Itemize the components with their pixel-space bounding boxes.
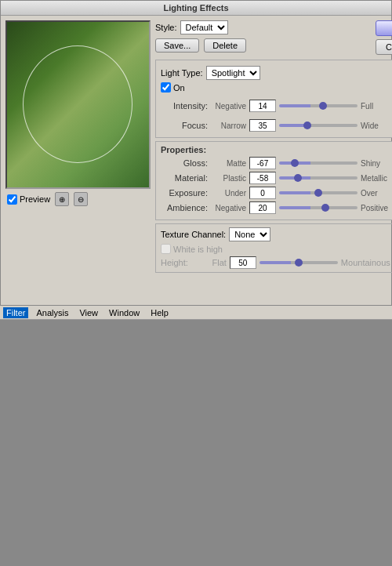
exposure-row: Exposure: Under Over: [161, 187, 392, 199]
ambience-negative-label: Negative: [211, 204, 246, 212]
white-is-high-label: White is high: [173, 245, 223, 254]
texture-channel-label: Texture Channel:: [161, 230, 226, 239]
save-delete-row: Save... Delete: [155, 38, 369, 53]
focus-label: Focus:: [161, 121, 208, 130]
intensity-label: Intensity:: [161, 101, 208, 111]
dialog-title: Lighting Effects: [163, 3, 228, 13]
focus-narrow-label: Narrow: [211, 122, 246, 130]
style-label: Style:: [155, 23, 177, 32]
controls-panel: Style: Default Save... Delete OK Cancel: [155, 20, 392, 275]
ok-cancel-col: OK Cancel: [376, 20, 392, 56]
light-type-row: Light Type: Spotlight: [161, 63, 392, 82]
exposure-under-label: Under: [211, 189, 246, 198]
texture-section: Texture Channel: None White is high Heig…: [155, 223, 392, 273]
menu-bar: Filter Analysis View Window Help: [0, 306, 392, 320]
exposure-value-input[interactable]: [249, 187, 276, 199]
texture-channel-dropdown[interactable]: None: [229, 227, 270, 241]
gloss-row: Gloss: Matte Shiny: [161, 157, 392, 169]
exposure-label: Exposure:: [161, 188, 208, 198]
exposure-over-label: Over: [361, 189, 392, 198]
menu-item-window[interactable]: Window: [106, 307, 143, 318]
preview-footer: Preview ⊕ ⊖: [5, 189, 151, 209]
gloss-shiny-label: Shiny: [361, 159, 392, 168]
material-slider[interactable]: [279, 176, 358, 180]
menu-item-analysis[interactable]: Analysis: [33, 307, 71, 318]
material-metallic-label: Metallic: [361, 174, 392, 183]
properties-section: Properties: Gloss: Matte Shiny Ma: [155, 141, 392, 220]
on-checkbox[interactable]: [161, 82, 171, 93]
preview-checkbox-input[interactable]: [7, 194, 17, 205]
white-is-high-checkbox: [161, 244, 171, 254]
material-row: Material: Plastic Metallic: [161, 172, 392, 184]
ambience-positive-label: Positive: [361, 204, 392, 212]
cancel-button[interactable]: Cancel: [376, 39, 392, 55]
ambience-value-input[interactable]: [249, 201, 276, 214]
preview-icon-right[interactable]: ⊖: [74, 192, 88, 206]
preview-label: Preview: [20, 194, 50, 204]
material-plastic-label: Plastic: [211, 174, 246, 183]
texture-channel-row: Texture Channel: None: [161, 227, 392, 241]
gloss-label: Gloss:: [161, 158, 208, 168]
focus-row: Focus: Narrow Wide: [161, 119, 392, 132]
menu-item-filter[interactable]: Filter: [3, 307, 28, 318]
intensity-negative-label: Negative: [211, 102, 246, 111]
height-value-input[interactable]: [230, 256, 256, 269]
preview-icon-left[interactable]: ⊕: [55, 192, 69, 206]
focus-wide-label: Wide: [361, 122, 392, 130]
gloss-slider[interactable]: [279, 161, 358, 165]
ambience-label: Ambience:: [161, 203, 208, 212]
ambience-slider[interactable]: [279, 206, 358, 209]
light-type-section: Light Type: Spotlight On Intensity: Nega…: [155, 60, 392, 138]
height-row: Height: Flat Mountainous: [161, 256, 392, 269]
menu-item-view[interactable]: View: [76, 307, 101, 318]
preview-checkbox-container[interactable]: Preview: [7, 194, 50, 205]
photoshop-background: Normal Opacity: 100% Lock: 🔒□▦ Fill: 100…: [0, 306, 392, 566]
intensity-full-label: Full: [361, 102, 392, 111]
save-button[interactable]: Save...: [155, 38, 199, 53]
ambience-row: Ambience: Negative Positive: [161, 201, 392, 214]
material-label: Material:: [161, 173, 208, 183]
preview-image: [7, 22, 149, 187]
dialog-titlebar: Lighting Effects: [1, 1, 391, 16]
height-mountainous-label: Mountainous: [341, 258, 372, 267]
light-type-label: Light Type:: [161, 68, 203, 78]
material-value-input[interactable]: [249, 172, 276, 184]
gloss-value-input[interactable]: [249, 157, 276, 169]
properties-title: Properties:: [161, 145, 392, 154]
preview-panel: Preview ⊕ ⊖: [5, 20, 151, 275]
height-label: Height:: [161, 258, 188, 267]
style-row: Style: Default: [155, 20, 369, 34]
focus-value-input[interactable]: [249, 119, 276, 132]
on-row: On: [161, 82, 392, 93]
delete-button[interactable]: Delete: [204, 38, 246, 53]
preview-canvas: [5, 20, 151, 189]
on-label: On: [173, 83, 185, 93]
intensity-slider[interactable]: [279, 104, 358, 107]
intensity-row: Intensity: Negative Full: [161, 95, 392, 117]
height-flat-label: Flat: [191, 258, 227, 267]
style-dropdown[interactable]: Default: [180, 20, 228, 34]
intensity-value-input[interactable]: [249, 100, 276, 112]
light-type-dropdown[interactable]: Spotlight: [206, 66, 260, 80]
height-slider: [260, 261, 338, 264]
gloss-matte-label: Matte: [211, 159, 246, 168]
focus-slider[interactable]: [279, 124, 358, 127]
spotlight-oval: [23, 45, 132, 163]
lighting-effects-dialog: Lighting Effects Preview ⊕ ⊖: [0, 0, 392, 306]
menu-item-help[interactable]: Help: [147, 307, 172, 318]
ok-button[interactable]: OK: [376, 20, 392, 36]
exposure-slider[interactable]: [279, 191, 358, 194]
